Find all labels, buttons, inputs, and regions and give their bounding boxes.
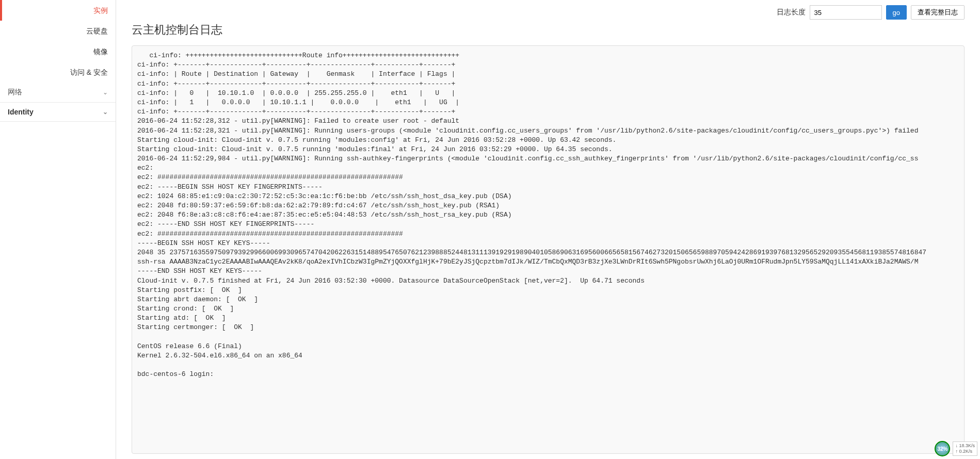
page-title: 云主机控制台日志: [132, 22, 965, 38]
sidebar: 实例 云硬盘 镜像 访问 & 安全 网络 ⌄ Identity ⌄: [0, 0, 116, 459]
network-speed-widget: 32% ↓ 18.3K/s ↑ 0.2K/s: [935, 441, 977, 456]
log-length-input[interactable]: [810, 5, 882, 20]
speed-badge: 32%: [935, 441, 950, 456]
go-button[interactable]: go: [886, 5, 907, 20]
sidebar-section-label: Identity: [8, 108, 34, 116]
log-panel[interactable]: ci-info: +++++++++++++++++++++++++++++Ro…: [132, 45, 965, 454]
chevron-down-icon: ⌄: [103, 89, 108, 96]
upload-speed: ↑ 0.2K/s: [955, 449, 975, 454]
download-speed: ↓ 18.3K/s: [955, 443, 975, 449]
chevron-down-icon: ⌄: [103, 108, 108, 116]
sidebar-section-label: 网络: [8, 88, 22, 97]
sidebar-item-instances[interactable]: 实例: [0, 0, 116, 21]
log-length-label: 日志长度: [777, 8, 806, 17]
sidebar-section-identity[interactable]: Identity ⌄: [0, 103, 116, 122]
speed-text: ↓ 18.3K/s ↑ 0.2K/s: [953, 441, 977, 456]
sidebar-item-access-security[interactable]: 访问 & 安全: [0, 62, 116, 83]
main-content: 日志长度 go 查看完整日志 云主机控制台日志 ci-info: +++++++…: [116, 0, 980, 459]
sidebar-item-images[interactable]: 镜像: [0, 41, 116, 62]
view-full-log-button[interactable]: 查看完整日志: [911, 5, 965, 20]
toolbar: 日志长度 go 查看完整日志: [132, 5, 965, 20]
log-content: ci-info: +++++++++++++++++++++++++++++Ro…: [137, 51, 959, 380]
sidebar-section-network[interactable]: 网络 ⌄: [0, 83, 116, 103]
sidebar-item-volumes[interactable]: 云硬盘: [0, 21, 116, 41]
